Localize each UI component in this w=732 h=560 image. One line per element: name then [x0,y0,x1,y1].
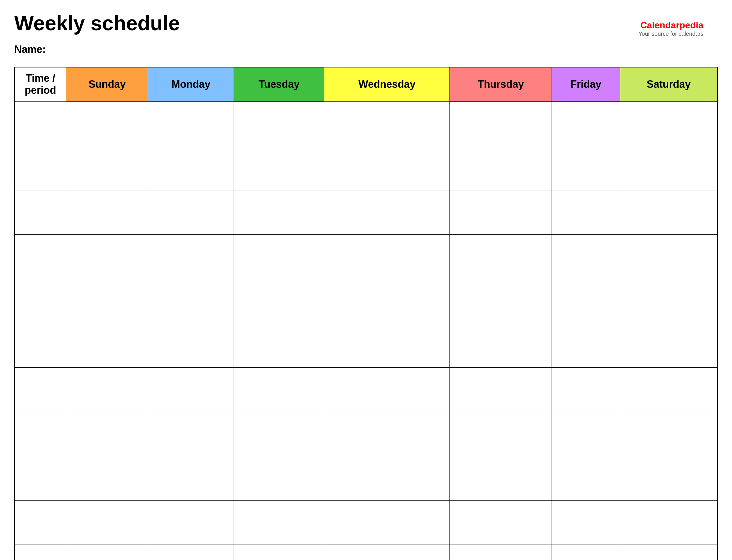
day-cell[interactable] [620,146,717,190]
day-cell[interactable] [620,190,717,234]
day-cell[interactable] [148,456,234,500]
day-cell[interactable] [620,234,717,279]
time-cell[interactable] [15,146,66,190]
header-sunday: Sunday [66,67,148,101]
day-cell[interactable] [450,146,552,190]
day-cell[interactable] [234,456,324,500]
day-cell[interactable] [620,279,717,323]
day-cell[interactable] [148,367,234,412]
day-cell[interactable] [620,367,717,412]
day-cell[interactable] [552,456,620,500]
day-cell[interactable] [620,323,717,367]
logo-text: Calendarpedia [638,20,703,31]
day-cell[interactable] [324,367,450,412]
day-cell[interactable] [450,545,552,560]
day-cell[interactable] [552,367,620,412]
day-cell[interactable] [552,279,620,323]
table-row [15,190,717,234]
day-cell[interactable] [66,146,148,190]
day-cell[interactable] [324,456,450,500]
day-cell[interactable] [552,500,620,545]
table-row [15,101,717,146]
day-cell[interactable] [66,456,148,500]
day-cell[interactable] [620,545,717,560]
header-monday: Monday [148,67,234,101]
day-cell[interactable] [620,500,717,545]
day-cell[interactable] [324,234,450,279]
day-cell[interactable] [552,101,620,146]
day-cell[interactable] [450,190,552,234]
day-cell[interactable] [234,101,324,146]
day-cell[interactable] [450,234,552,279]
day-cell[interactable] [450,456,552,500]
table-row [15,500,717,545]
day-cell[interactable] [450,412,552,456]
day-cell[interactable] [66,412,148,456]
day-cell[interactable] [552,146,620,190]
day-cell[interactable] [324,412,450,456]
day-cell[interactable] [450,323,552,367]
table-row [15,367,717,412]
time-cell[interactable] [15,545,66,560]
day-cell[interactable] [148,279,234,323]
day-cell[interactable] [148,323,234,367]
time-cell[interactable] [15,456,66,500]
day-cell[interactable] [324,323,450,367]
day-cell[interactable] [234,279,324,323]
day-cell[interactable] [450,101,552,146]
day-cell[interactable] [552,412,620,456]
day-cell[interactable] [620,456,717,500]
day-cell[interactable] [234,146,324,190]
day-cell[interactable] [234,323,324,367]
day-cell[interactable] [234,412,324,456]
day-cell[interactable] [324,500,450,545]
day-cell[interactable] [450,500,552,545]
day-cell[interactable] [234,500,324,545]
day-cell[interactable] [552,234,620,279]
header-saturday: Saturday [620,67,717,101]
day-cell[interactable] [450,279,552,323]
day-cell[interactable] [148,190,234,234]
day-cell[interactable] [66,279,148,323]
day-cell[interactable] [324,279,450,323]
time-cell[interactable] [15,367,66,412]
day-cell[interactable] [324,101,450,146]
day-cell[interactable] [620,412,717,456]
day-cell[interactable] [66,323,148,367]
day-cell[interactable] [148,146,234,190]
day-cell[interactable] [552,190,620,234]
table-row [15,146,717,190]
day-cell[interactable] [66,367,148,412]
day-cell[interactable] [148,101,234,146]
day-cell[interactable] [234,545,324,560]
day-cell[interactable] [66,500,148,545]
day-cell[interactable] [234,367,324,412]
day-cell[interactable] [324,146,450,190]
day-cell[interactable] [234,234,324,279]
day-cell[interactable] [450,367,552,412]
day-cell[interactable] [66,234,148,279]
day-cell[interactable] [324,545,450,560]
day-cell[interactable] [324,190,450,234]
day-cell[interactable] [66,545,148,560]
day-cell[interactable] [552,323,620,367]
time-cell[interactable] [15,279,66,323]
day-cell[interactable] [620,101,717,146]
day-cell[interactable] [234,190,324,234]
day-cell[interactable] [148,234,234,279]
table-row [15,545,717,560]
name-row: Name: [14,43,718,55]
day-cell[interactable] [148,500,234,545]
time-cell[interactable] [15,234,66,279]
day-cell[interactable] [66,190,148,234]
time-cell[interactable] [15,101,66,146]
time-cell[interactable] [15,190,66,234]
time-cell[interactable] [15,500,66,545]
time-cell[interactable] [15,412,66,456]
day-cell[interactable] [66,101,148,146]
time-cell[interactable] [15,323,66,367]
day-cell[interactable] [148,545,234,560]
header-friday: Friday [552,67,620,101]
day-cell[interactable] [552,545,620,560]
day-cell[interactable] [148,412,234,456]
